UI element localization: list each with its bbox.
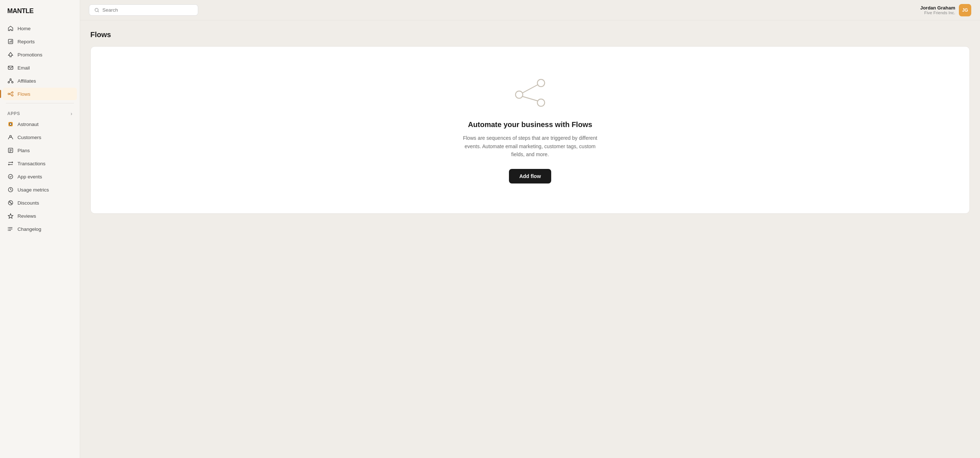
- search-icon: [94, 8, 99, 13]
- sidebar-item-discounts-label: Discounts: [18, 200, 39, 206]
- logo: MANTLE: [0, 6, 80, 22]
- svg-point-32: [8, 227, 9, 228]
- sidebar-item-home-label: Home: [18, 26, 30, 31]
- svg-point-7: [12, 82, 13, 83]
- sidebar-item-usage-metrics-label: Usage metrics: [18, 187, 49, 193]
- reports-icon: [7, 38, 14, 45]
- chevron-right-icon: ›: [71, 111, 73, 117]
- svg-line-13: [10, 93, 12, 94]
- content-area: Flows Automate your business with Flows …: [80, 21, 980, 458]
- email-icon: [7, 65, 14, 71]
- svg-point-6: [8, 82, 10, 83]
- svg-line-9: [11, 80, 13, 82]
- svg-line-41: [523, 97, 538, 101]
- sidebar-divider: [6, 103, 74, 103]
- svg-point-10: [8, 93, 10, 95]
- sidebar-item-flows-label: Flows: [18, 91, 30, 97]
- sidebar-item-promotions-label: Promotions: [18, 52, 42, 57]
- plans-icon: [7, 147, 14, 154]
- svg-line-40: [523, 85, 538, 93]
- user-company: Five Friends Inc.: [920, 11, 955, 15]
- sidebar-item-plans-label: Plans: [18, 148, 30, 153]
- sidebar-item-plans[interactable]: Plans: [3, 144, 77, 157]
- sidebar-item-customers[interactable]: Customers: [3, 131, 77, 143]
- svg-line-36: [98, 11, 99, 12]
- sidebar-item-app-events-label: App events: [18, 174, 42, 179]
- discounts-icon: [7, 200, 14, 206]
- sidebar-item-astronaut-label: Astronaut: [18, 122, 39, 127]
- svg-point-26: [10, 202, 10, 203]
- svg-point-39: [537, 99, 545, 106]
- sidebar: MANTLE Home Reports: [0, 0, 80, 458]
- page-title: Flows: [90, 30, 970, 39]
- usage-metrics-icon: [7, 186, 14, 193]
- apps-nav: Astronaut Customers Plans: [0, 118, 80, 235]
- svg-line-14: [10, 94, 12, 95]
- astronaut-icon: [7, 121, 14, 127]
- sidebar-item-reviews-label: Reviews: [18, 213, 36, 219]
- search-input[interactable]: [102, 7, 193, 13]
- promotions-icon: [7, 51, 14, 58]
- flows-illustration: [512, 76, 548, 110]
- svg-marker-28: [8, 214, 13, 219]
- sidebar-item-reviews[interactable]: Reviews: [3, 210, 77, 222]
- svg-point-37: [515, 91, 523, 98]
- apps-section-header: Apps ›: [0, 106, 80, 118]
- sidebar-item-affiliates-label: Affiliates: [18, 78, 36, 84]
- sidebar-item-home[interactable]: Home: [3, 22, 77, 35]
- customers-icon: [7, 134, 14, 141]
- sidebar-item-usage-metrics[interactable]: Usage metrics: [3, 184, 77, 196]
- sidebar-item-customers-label: Customers: [18, 135, 41, 140]
- svg-point-5: [10, 79, 11, 80]
- user-name: Jordan Graham: [920, 5, 955, 11]
- sidebar-item-promotions[interactable]: Promotions: [3, 48, 77, 61]
- sidebar-item-changelog-label: Changelog: [18, 227, 41, 232]
- sidebar-item-discounts[interactable]: Discounts: [3, 197, 77, 209]
- svg-point-27: [11, 203, 12, 204]
- sidebar-item-changelog[interactable]: Changelog: [3, 223, 77, 235]
- sidebar-item-reports[interactable]: Reports: [3, 35, 77, 48]
- header: Jordan Graham Five Friends Inc. JG: [80, 0, 980, 21]
- svg-point-16: [10, 123, 12, 125]
- flows-headline: Automate your business with Flows: [468, 120, 592, 129]
- flows-empty-state-card: Automate your business with Flows Flows …: [90, 46, 970, 214]
- affiliates-icon: [7, 78, 14, 84]
- sidebar-nav: Home Reports Promotions: [0, 22, 80, 100]
- user-info: Jordan Graham Five Friends Inc.: [920, 5, 955, 15]
- flows-icon: [7, 91, 14, 97]
- apps-label: Apps: [7, 111, 20, 116]
- sidebar-item-email[interactable]: Email: [3, 62, 77, 74]
- user-badge[interactable]: Jordan Graham Five Friends Inc. JG: [920, 4, 971, 16]
- reviews-icon: [7, 212, 14, 219]
- svg-line-8: [9, 80, 11, 82]
- svg-point-34: [8, 230, 9, 231]
- main-area: Jordan Graham Five Friends Inc. JG Flows…: [80, 0, 980, 458]
- svg-point-11: [12, 92, 13, 93]
- home-icon: [7, 25, 14, 32]
- sidebar-item-transactions-label: Transactions: [18, 161, 46, 166]
- sidebar-item-app-events[interactable]: App events: [3, 170, 77, 183]
- svg-point-12: [12, 95, 13, 96]
- sidebar-item-affiliates[interactable]: Affiliates: [3, 74, 77, 87]
- sidebar-item-flows[interactable]: Flows: [3, 88, 77, 100]
- flows-description: Flows are sequences of steps that are tr…: [461, 134, 599, 158]
- avatar: JG: [959, 4, 971, 16]
- svg-point-38: [537, 79, 545, 87]
- sidebar-item-astronaut[interactable]: Astronaut: [3, 118, 77, 130]
- sidebar-item-reports-label: Reports: [18, 39, 35, 44]
- sidebar-item-transactions[interactable]: Transactions: [3, 157, 77, 170]
- svg-point-33: [8, 229, 9, 229]
- changelog-icon: [7, 226, 14, 232]
- add-flow-button[interactable]: Add flow: [509, 169, 551, 184]
- search-bar[interactable]: [89, 4, 198, 16]
- sidebar-item-email-label: Email: [18, 65, 30, 71]
- app-events-icon: [7, 173, 14, 180]
- transactions-icon: [7, 160, 14, 167]
